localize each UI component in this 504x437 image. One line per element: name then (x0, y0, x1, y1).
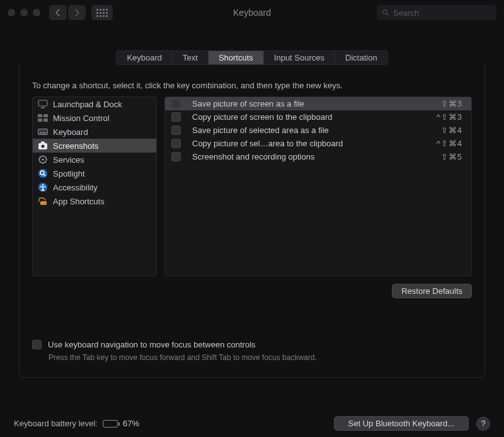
category-accessibility[interactable]: Accessibility (33, 180, 156, 194)
shortcut-keys[interactable]: ⇧⌘4 (428, 125, 462, 135)
svg-line-1 (387, 14, 389, 16)
shortcut-row[interactable]: Copy picture of screen to the clipboard … (165, 110, 471, 124)
category-label: Spotlight (53, 169, 85, 178)
footer: Keyboard battery level: 67% Set Up Bluet… (0, 416, 504, 431)
accessibility-icon (38, 182, 48, 192)
services-icon (38, 154, 48, 165)
svg-rect-9 (40, 132, 46, 134)
shortcut-label: Copy picture of screen to the clipboard (192, 112, 428, 122)
shortcut-row[interactable]: Screenshot and recording options ⇧⌘5 (165, 150, 471, 163)
keyboard-nav-checkbox[interactable] (32, 340, 42, 349)
tab-keyboard[interactable]: Keyboard (117, 51, 173, 64)
category-services[interactable]: Services (33, 153, 156, 166)
tab-dictation[interactable]: Dictation (335, 51, 387, 64)
shortcut-checkbox[interactable] (171, 139, 181, 148)
app-shortcuts-icon (38, 196, 48, 206)
category-label: Mission Control (53, 114, 110, 123)
svg-rect-2 (38, 100, 47, 106)
launchpad-icon (38, 99, 48, 109)
category-label: Launchpad & Dock (53, 100, 122, 109)
category-mission-control[interactable]: Mission Control (33, 111, 156, 125)
category-label: Screenshots (53, 141, 98, 151)
tab-input-sources[interactable]: Input Sources (264, 51, 335, 64)
mission-control-icon (38, 113, 48, 123)
battery-icon (103, 420, 118, 428)
category-list: Launchpad & Dock Mission Control Keyboar… (32, 96, 157, 276)
shortcut-keys[interactable]: ⇧⌘3 (428, 99, 462, 108)
shortcut-list: Save picture of screen as a file ⇧⌘3 Cop… (164, 96, 472, 276)
keyboard-icon (38, 127, 48, 137)
category-label: Keyboard (53, 127, 88, 137)
shortcut-label: Save picture of selected area as a file (192, 125, 428, 135)
shortcut-label: Screenshot and recording options (192, 152, 428, 161)
shortcut-row[interactable]: Save picture of screen as a file ⇧⌘3 (165, 97, 471, 110)
category-screenshots[interactable]: Screenshots (33, 139, 156, 153)
category-app-shortcuts[interactable]: App Shortcuts (33, 194, 156, 208)
shortcut-checkbox[interactable] (171, 125, 181, 135)
setup-bluetooth-button[interactable]: Set Up Bluetooth Keyboard... (334, 416, 469, 431)
restore-defaults-button[interactable]: Restore Defaults (392, 284, 472, 298)
shortcut-label: Copy picture of sel…area to the clipboar… (192, 139, 428, 148)
tab-shortcuts[interactable]: Shortcuts (209, 51, 264, 64)
category-label: Accessibility (53, 183, 98, 192)
search-placeholder: Search (393, 8, 419, 18)
shortcut-checkbox[interactable] (171, 99, 181, 108)
shortcut-row[interactable]: Copy picture of sel…area to the clipboar… (165, 137, 471, 150)
category-label: App Shortcuts (53, 197, 105, 206)
screenshots-icon (38, 141, 48, 151)
zoom-window-icon[interactable] (33, 9, 40, 16)
grid-icon (96, 9, 108, 17)
chevron-left-icon (55, 9, 60, 16)
battery-label: Keyboard battery level: (14, 419, 98, 428)
shortcut-checkbox[interactable] (171, 112, 181, 122)
svg-rect-5 (43, 114, 48, 117)
category-keyboard[interactable]: Keyboard (33, 125, 156, 139)
battery-percentage: 67% (123, 419, 139, 428)
tab-text[interactable]: Text (173, 51, 209, 64)
shortcut-row[interactable]: Save picture of selected area as a file … (165, 124, 471, 137)
keyboard-nav-label: Use keyboard navigation to move focus be… (48, 340, 256, 349)
show-all-button[interactable] (91, 5, 113, 20)
svg-rect-3 (41, 107, 45, 108)
svg-point-12 (42, 145, 45, 148)
search-icon (382, 9, 389, 16)
search-input[interactable]: Search (377, 5, 496, 20)
instruction-text: To change a shortcut, select it, click t… (32, 81, 472, 90)
minimize-window-icon[interactable] (20, 9, 28, 16)
window-controls (8, 9, 40, 16)
svg-point-14 (42, 158, 44, 161)
help-button[interactable]: ? (476, 417, 490, 431)
svg-rect-4 (38, 114, 42, 117)
category-label: Services (53, 155, 84, 165)
back-button[interactable] (49, 5, 67, 20)
shortcut-label: Save picture of screen as a file (192, 99, 428, 108)
svg-rect-11 (41, 142, 45, 144)
shortcut-keys[interactable]: ^⇧⌘3 (428, 112, 462, 122)
chevron-right-icon (74, 9, 79, 16)
shortcut-keys[interactable]: ⇧⌘5 (428, 152, 462, 161)
tabs: Keyboard Text Shortcuts Input Sources Di… (116, 50, 387, 65)
shortcut-checkbox[interactable] (171, 152, 181, 161)
shortcut-keys[interactable]: ^⇧⌘4 (428, 139, 462, 148)
close-window-icon[interactable] (8, 9, 15, 16)
category-launchpad-dock[interactable]: Launchpad & Dock (33, 97, 156, 111)
svg-rect-20 (40, 201, 47, 205)
forward-button[interactable] (68, 5, 86, 20)
svg-point-15 (38, 169, 47, 178)
keyboard-nav-hint: Press the Tab key to move focus forward … (49, 353, 472, 362)
spotlight-icon (38, 168, 48, 178)
svg-point-19 (42, 184, 44, 186)
titlebar: Keyboard Search (0, 0, 504, 25)
shortcuts-pane: To change a shortcut, select it, click t… (19, 64, 485, 378)
svg-rect-7 (43, 119, 48, 122)
category-spotlight[interactable]: Spotlight (33, 166, 156, 180)
svg-rect-6 (38, 119, 42, 122)
svg-rect-8 (38, 129, 48, 135)
